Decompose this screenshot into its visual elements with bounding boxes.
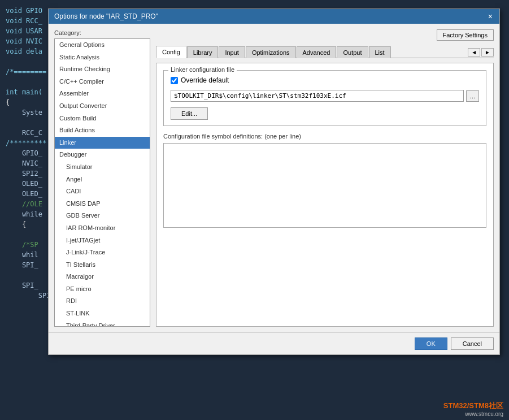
- category-item-iar-rom-monitor[interactable]: IAR ROM-monitor: [55, 222, 150, 235]
- dialog-footer: OK Cancel: [49, 332, 499, 354]
- tabs-bar: Config Library Input Optimizations Advan…: [156, 45, 494, 58]
- browse-button[interactable]: ...: [466, 90, 479, 102]
- category-item-simulator[interactable]: Simulator: [55, 161, 150, 174]
- category-item-pe-micro[interactable]: PE micro: [55, 283, 150, 296]
- category-item-angel[interactable]: Angel: [55, 174, 150, 186]
- factory-settings-button[interactable]: Factory Settings: [437, 29, 494, 41]
- override-default-label: Override default: [181, 76, 229, 84]
- category-panel: Category: General Options Static Analysi…: [54, 29, 150, 327]
- category-item-st-link[interactable]: ST-LINK: [55, 308, 150, 320]
- category-item-linker[interactable]: Linker: [55, 137, 150, 149]
- tab-config[interactable]: Config: [156, 46, 186, 58]
- tab-output[interactable]: Output: [337, 46, 368, 58]
- dialog-title: Options for node "IAR_STD_PRO": [54, 12, 158, 20]
- tab-nav-prev-button[interactable]: ◄: [468, 48, 480, 57]
- cancel-button[interactable]: Cancel: [451, 337, 494, 350]
- category-item-cpp-compiler[interactable]: C/C++ Compiler: [55, 76, 150, 88]
- right-panel: Factory Settings Config Library Input Op…: [156, 29, 494, 327]
- category-item-ijet-jtagjet[interactable]: I-jet/JTAGjet: [55, 235, 150, 247]
- watermark: STM32/STM8社区 www.stmcu.org: [443, 401, 503, 417]
- tab-advanced[interactable]: Advanced: [297, 46, 337, 58]
- close-button[interactable]: ×: [487, 12, 494, 20]
- category-item-rdi[interactable]: RDI: [55, 295, 150, 308]
- file-path-row: ...: [171, 90, 479, 102]
- tab-nav-next-button[interactable]: ►: [481, 48, 494, 57]
- category-item-general-options[interactable]: General Options: [55, 39, 150, 51]
- file-path-input[interactable]: [171, 90, 464, 102]
- category-item-jlink-jtrace[interactable]: J-Link/J-Trace: [55, 246, 150, 259]
- ok-button[interactable]: OK: [415, 337, 447, 350]
- category-item-build-actions[interactable]: Build Actions: [55, 124, 150, 137]
- category-item-output-converter[interactable]: Output Converter: [55, 100, 150, 112]
- title-bar: Options for node "IAR_STD_PRO" ×: [49, 9, 499, 24]
- tab-list[interactable]: List: [369, 46, 391, 58]
- category-item-cmsis-dap[interactable]: CMSIS DAP: [55, 198, 150, 210]
- category-item-runtime-checking[interactable]: Runtime Checking: [55, 63, 150, 76]
- category-item-cadi[interactable]: CADI: [55, 185, 150, 198]
- category-item-static-analysis[interactable]: Static Analysis: [55, 51, 150, 64]
- symbol-defs-section: Configuration file symbol definitions: (…: [163, 133, 486, 230]
- symbol-defs-label: Configuration file symbol definitions: (…: [163, 133, 486, 140]
- category-item-macraigor[interactable]: Macraigor: [55, 271, 150, 283]
- symbol-defs-textarea[interactable]: [163, 143, 486, 228]
- category-item-third-party-driver[interactable]: Third-Party Driver: [55, 320, 150, 327]
- override-default-row: Override default: [171, 76, 479, 84]
- category-list[interactable]: General Options Static Analysis Runtime …: [54, 38, 150, 327]
- tab-optimizations[interactable]: Optimizations: [246, 46, 296, 58]
- category-item-debugger[interactable]: Debugger: [55, 149, 150, 161]
- section-legend: Linker configuration file: [168, 66, 237, 73]
- content-panel: Linker configuration file Override defau…: [156, 63, 494, 327]
- category-item-ti-stellaris[interactable]: TI Stellaris: [55, 259, 150, 271]
- dialog-body: Category: General Options Static Analysi…: [49, 24, 499, 332]
- tab-library[interactable]: Library: [187, 46, 219, 58]
- factory-row: Factory Settings: [156, 29, 494, 41]
- linker-config-section: Linker configuration file Override defau…: [163, 70, 486, 126]
- watermark-text: STM32/STM8社区: [443, 401, 503, 410]
- tab-nav: ◄ ►: [468, 48, 494, 58]
- override-default-checkbox[interactable]: [171, 77, 178, 84]
- category-label: Category:: [54, 29, 150, 36]
- category-item-assembler[interactable]: Assembler: [55, 88, 150, 100]
- watermark-url: www.stmcu.org: [443, 411, 503, 417]
- options-dialog: Options for node "IAR_STD_PRO" × Categor…: [48, 8, 500, 355]
- category-item-gdb-server[interactable]: GDB Server: [55, 210, 150, 222]
- edit-button[interactable]: Edit...: [171, 107, 208, 120]
- tab-input[interactable]: Input: [219, 46, 245, 58]
- category-item-custom-build[interactable]: Custom Build: [55, 112, 150, 125]
